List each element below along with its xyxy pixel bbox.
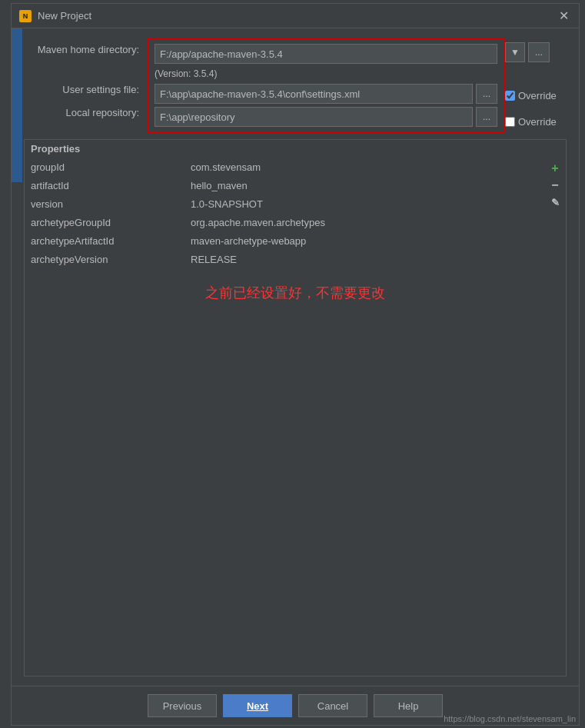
help-button[interactable]: Help bbox=[374, 694, 443, 717]
user-settings-override-checkbox[interactable]: Override bbox=[505, 90, 557, 101]
add-property-btn[interactable]: + bbox=[547, 161, 563, 176]
prop-row-archetype-artifactid[interactable]: archetypeArtifactId maven-archetype-weba… bbox=[25, 231, 566, 250]
cancel-button[interactable]: Cancel bbox=[298, 694, 367, 717]
maven-home-row bbox=[155, 44, 497, 64]
app-icon: N bbox=[19, 10, 32, 22]
close-button[interactable]: ✕ bbox=[556, 8, 571, 24]
user-settings-override-row: Override bbox=[505, 84, 567, 107]
user-settings-browse-btn[interactable]: ... bbox=[476, 84, 497, 104]
user-settings-row: ... bbox=[155, 84, 497, 104]
prop-row-archetype-groupid[interactable]: archetypeGroupId org.apache.maven.archet… bbox=[25, 213, 566, 231]
watermark-text: https://blog.csdn.net/stevensam_lin bbox=[444, 714, 576, 723]
form-section: Maven home directory: User settings file… bbox=[24, 38, 567, 133]
local-repo-label: Local repository: bbox=[24, 101, 147, 124]
prop-row-groupid[interactable]: groupId com.stevensam bbox=[25, 158, 566, 176]
props-side-buttons: + − ✎ bbox=[547, 161, 563, 210]
previous-button[interactable]: Previous bbox=[148, 694, 217, 717]
title-bar: N New Project ✕ bbox=[12, 4, 579, 28]
version-row: (Version: 3.5.4) bbox=[155, 67, 497, 81]
prop-value-archetype-artifactid: maven-archetype-webapp bbox=[191, 235, 560, 247]
prop-key-archetype-artifactid: archetypeArtifactId bbox=[31, 235, 184, 247]
window-title: New Project bbox=[38, 10, 91, 22]
prop-key-artifactid: artifactId bbox=[31, 180, 184, 191]
edit-property-btn[interactable]: ✎ bbox=[547, 194, 563, 210]
sidebar-accent bbox=[12, 28, 22, 182]
maven-home-label: Maven home directory: bbox=[24, 38, 147, 78]
prop-value-archetype-version: RELEASE bbox=[191, 254, 560, 265]
local-repo-override-checkbox[interactable]: Override bbox=[505, 116, 557, 128]
prop-key-archetype-groupid: archetypeGroupId bbox=[31, 217, 184, 228]
maven-home-browse-btn[interactable]: ... bbox=[528, 42, 550, 62]
local-repo-input[interactable] bbox=[155, 107, 473, 127]
version-text: (Version: 3.5.4) bbox=[155, 67, 217, 81]
maven-home-input[interactable] bbox=[155, 44, 497, 64]
prop-row-artifactid[interactable]: artifactId hello_maven bbox=[25, 176, 566, 194]
next-button[interactable]: Next bbox=[223, 694, 292, 717]
properties-section: Properties + − ✎ groupId com.stevensam a… bbox=[24, 139, 567, 676]
maven-settings-section: (Version: 3.5.4) ... ... bbox=[147, 38, 505, 133]
prop-value-version: 1.0-SNAPSHOT bbox=[191, 198, 560, 210]
prop-key-version: version bbox=[31, 198, 184, 210]
prop-row-archetype-version[interactable]: archetypeVersion RELEASE bbox=[25, 250, 566, 268]
local-repo-browse-btn[interactable]: ... bbox=[476, 107, 497, 127]
prop-value-archetype-groupid: org.apache.maven.archetypes bbox=[191, 217, 560, 228]
annotation-text: 之前已经设置好，不需要更改 bbox=[25, 268, 566, 317]
prop-value-artifactid: hello_maven bbox=[191, 180, 560, 191]
prop-key-groupid: groupId bbox=[31, 161, 184, 173]
local-repo-override-row: Override bbox=[505, 110, 567, 133]
remove-property-btn[interactable]: − bbox=[547, 178, 563, 193]
properties-header: Properties bbox=[25, 140, 566, 158]
properties-body: + − ✎ groupId com.stevensam artifactId h… bbox=[25, 158, 566, 676]
user-settings-label: User settings file: bbox=[24, 78, 147, 101]
maven-home-dropdown-btn[interactable]: ▼ bbox=[505, 42, 525, 62]
user-settings-input[interactable] bbox=[155, 84, 473, 104]
local-repo-row: ... bbox=[155, 107, 497, 127]
right-controls: ▼ ... Override Override bbox=[505, 38, 567, 133]
prop-row-version[interactable]: version 1.0-SNAPSHOT bbox=[25, 194, 566, 213]
prop-value-groupid: com.stevensam bbox=[191, 161, 560, 173]
prop-key-archetype-version: archetypeVersion bbox=[31, 254, 184, 265]
